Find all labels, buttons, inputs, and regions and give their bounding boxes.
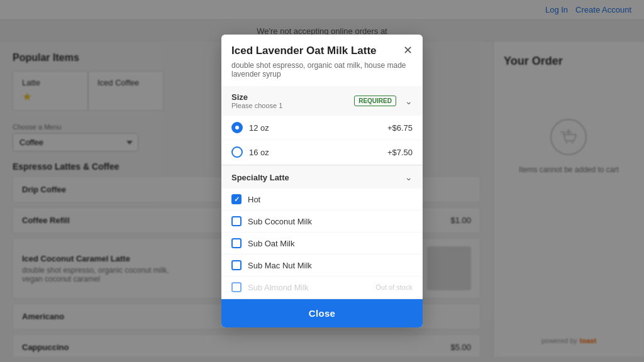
checkbox-oat-milk[interactable]: Sub Oat Milk [221, 233, 423, 255]
size-section-labels: Size Please choose 1 [231, 92, 282, 109]
modal: Iced Lavender Oat Milk Latte ✕ double sh… [221, 35, 423, 327]
checkbox-mac-nut-milk[interactable]: Sub Mac Nut Milk [221, 255, 423, 277]
checkbox-label-almond-milk: Sub Almond Milk [248, 283, 375, 292]
checkbox-coconut-milk[interactable]: Sub Coconut Milk [221, 211, 423, 233]
size-header-right: REQUIRED ⌄ [354, 96, 413, 106]
size-section-header[interactable]: Size Please choose 1 REQUIRED ⌄ [221, 86, 423, 116]
checkbox-box-almond-milk [231, 282, 242, 292]
radio-option-16oz[interactable]: 16 oz +$7.50 [221, 140, 423, 165]
close-button[interactable]: Close [221, 299, 423, 327]
size-chevron-icon: ⌄ [405, 96, 413, 106]
radio-price-16oz: +$7.50 [387, 148, 413, 157]
modal-header: Iced Lavender Oat Milk Latte ✕ [221, 35, 423, 57]
required-badge: REQUIRED [354, 96, 396, 106]
specialty-label: Specialty Latte [231, 173, 289, 182]
modal-title: Iced Lavender Oat Milk Latte [231, 45, 403, 57]
checkbox-label-oat-milk: Sub Oat Milk [248, 239, 413, 248]
radio-circle-12oz [231, 122, 243, 133]
radio-label-16oz: 16 oz [249, 148, 387, 157]
size-label: Size [231, 92, 282, 102]
checkbox-label-hot: Hot [248, 195, 413, 204]
specialty-chevron-icon: ⌄ [405, 172, 413, 182]
checkbox-box-hot [231, 194, 242, 204]
out-of-stock-label: Out of stock [375, 283, 413, 291]
modal-close-button[interactable]: ✕ [403, 45, 413, 56]
modal-body: Size Please choose 1 REQUIRED ⌄ 12 oz +$… [221, 86, 423, 299]
radio-label-12oz: 12 oz [249, 123, 387, 133]
size-sublabel: Please choose 1 [231, 102, 282, 109]
checkbox-box-coconut-milk [231, 216, 242, 226]
radio-option-12oz[interactable]: 12 oz +$6.75 [221, 116, 423, 140]
specialty-section-header[interactable]: Specialty Latte ⌄ [221, 165, 423, 189]
checkbox-almond-milk: Sub Almond Milk Out of stock [221, 277, 423, 299]
modal-overlay[interactable]: Iced Lavender Oat Milk Latte ✕ double sh… [0, 0, 644, 357]
specialty-section: Specialty Latte ⌄ Hot Sub Coconut Milk S… [221, 165, 423, 299]
checkbox-box-oat-milk [231, 238, 242, 248]
checkbox-label-coconut-milk: Sub Coconut Milk [248, 217, 413, 226]
checkbox-box-mac-nut-milk [231, 260, 242, 270]
modal-subtitle: double shot espresso, organic oat milk, … [221, 57, 423, 86]
radio-circle-16oz [231, 146, 243, 158]
checkbox-hot[interactable]: Hot [221, 189, 423, 211]
radio-price-12oz: +$6.75 [387, 123, 413, 133]
checkbox-label-mac-nut-milk: Sub Mac Nut Milk [248, 261, 413, 270]
modal-footer: Close [221, 299, 423, 327]
size-section: Size Please choose 1 REQUIRED ⌄ 12 oz +$… [221, 86, 423, 165]
